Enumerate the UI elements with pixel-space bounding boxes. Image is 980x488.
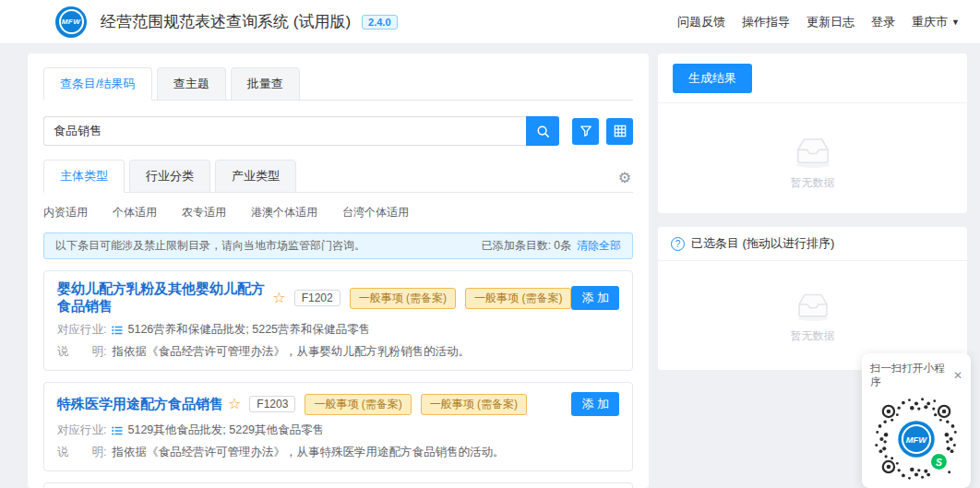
close-icon[interactable]: ✕: [953, 369, 962, 382]
empty-state: 暂无数据: [658, 103, 967, 213]
page-title: 经营范围规范表述查询系统 (试用版): [101, 11, 351, 32]
svg-text:MFW: MFW: [906, 434, 928, 445]
industry-value: 5126营养和保健品批发; 5225营养和保健品零售: [127, 322, 370, 338]
description-label: 说 明:: [57, 445, 106, 460]
result-code-badge: F1203: [249, 396, 295, 412]
tab-query-topics[interactable]: 查主题: [157, 67, 226, 101]
result-card: 特殊医学用途配方食品销售 ☆ F1203 一般事项 (需备案) 一般事项 (需备…: [43, 382, 633, 471]
list-icon: [112, 325, 123, 336]
selected-panel-title: 已选条目 (拖动以进行排序): [691, 235, 834, 252]
notice-bar: 以下条目可能涉及禁止限制目录，请向当地市场监管部门咨询。 已添加条目数: 0条清…: [43, 232, 633, 259]
app-header: MFW 经营范围规范表述查询系统 (试用版) 2.4.0 问题反馈 操作指导 更…: [0, 0, 980, 44]
tab-batch-query[interactable]: 批量查: [231, 67, 300, 101]
link-changelog[interactable]: 更新日志: [807, 14, 855, 30]
clear-all-link[interactable]: 清除全部: [577, 239, 621, 252]
search-input[interactable]: [43, 116, 526, 146]
description-label: 说 明:: [57, 344, 106, 360]
selected-items-panel: ? 已选条目 (拖动以进行排序) 暂无数据: [658, 227, 967, 370]
link-login[interactable]: 登录: [871, 14, 895, 30]
empty-tray-icon: [789, 133, 837, 170]
applicability-filters: 内资适用 个体适用 农专适用 港澳个体适用 台湾个体适用: [43, 205, 633, 220]
region-selector[interactable]: 重庆市 ▼: [912, 14, 960, 30]
generate-result-panel: 生成结果 暂无数据: [658, 54, 967, 213]
header-links: 问题反馈 操作指导 更新日志 登录 重庆市 ▼: [677, 14, 960, 30]
filter-domestic[interactable]: 内资适用: [43, 205, 88, 220]
notice-text: 以下条目可能涉及禁止限制目录，请向当地市场监管部门咨询。: [55, 238, 365, 254]
list-icon: [112, 425, 123, 436]
question-circle-icon[interactable]: ?: [671, 237, 685, 251]
filter-farm-coop[interactable]: 农专适用: [182, 205, 226, 220]
qr-code: MFW S: [873, 396, 960, 482]
tag-general-filing: 一般事项 (需备案): [421, 394, 527, 415]
description-value: 指依据《食品经营许可管理办法》，从事婴幼儿配方乳粉销售的活动。: [112, 344, 470, 360]
wechat-miniprogram-icon: S: [931, 454, 947, 470]
empty-tray-icon: [791, 289, 835, 323]
search-icon: [536, 125, 550, 138]
star-icon[interactable]: ☆: [272, 291, 285, 305]
qr-popup-title: 扫一扫打开小程序: [870, 362, 950, 389]
description-value: 指依据《食品经营许可管理办法》，从事特殊医学用途配方食品销售的活动。: [112, 445, 504, 460]
star-icon[interactable]: ☆: [228, 397, 241, 411]
search-bar: [43, 116, 633, 146]
added-count: 已添加条目数: 0条: [482, 239, 571, 252]
tab-query-items[interactable]: 查条目/结果码: [43, 67, 152, 101]
qr-center-logo: MFW: [898, 421, 934, 457]
filter-hkmo-individual[interactable]: 港澳个体适用: [251, 205, 317, 220]
result-code-badge: F1202: [294, 290, 341, 306]
filter-funnel-icon: [580, 125, 592, 137]
tag-general-filing: 一般事项 (需备案): [465, 288, 571, 309]
filter-button[interactable]: [572, 118, 599, 145]
add-button[interactable]: 添 加: [571, 286, 619, 310]
add-button[interactable]: 添 加: [571, 392, 619, 416]
grid-icon: [614, 125, 627, 137]
tab-entity-type[interactable]: 主体类型: [43, 160, 125, 193]
tag-general-filing: 一般事项 (需备案): [350, 288, 456, 309]
logo-text: MFW: [59, 9, 84, 34]
result-title[interactable]: 特殊医学用途配方食品销售: [57, 396, 223, 413]
added-count-area: 已添加条目数: 0条清除全部: [482, 238, 621, 254]
result-card: 婴幼儿配方乳粉及其他婴幼儿配方食品销售 ☆ F1202 一般事项 (需备案) 一…: [43, 270, 633, 371]
region-label: 重庆市: [912, 14, 948, 30]
empty-text: 暂无数据: [791, 175, 835, 191]
miniprogram-popup: 扫一扫打开小程序 ✕ MFW S: [862, 353, 971, 488]
result-card: 食品销售 ☆ F1041 后置许可 后置许可 添 加 对应行业: 5121米、面…: [43, 482, 633, 488]
search-button[interactable]: [526, 116, 559, 146]
app-logo: MFW: [55, 6, 87, 38]
filter-individual[interactable]: 个体适用: [113, 205, 157, 220]
query-panel: 查条目/结果码 查主题 批量查 主体类型 行业分类 产业类型 ⚙ 内资适用 个体…: [28, 54, 649, 488]
gear-icon[interactable]: ⚙: [618, 171, 633, 192]
tab-industry-type[interactable]: 产业类型: [215, 160, 296, 193]
link-guide[interactable]: 操作指导: [742, 14, 790, 30]
tag-general-filing: 一般事项 (需备案): [305, 394, 411, 415]
empty-text: 暂无数据: [791, 328, 835, 344]
version-badge: 2.4.0: [362, 15, 397, 30]
tab-industry-class[interactable]: 行业分类: [129, 160, 210, 193]
result-sidebar: 生成结果 暂无数据 ? 已选条目 (拖动以进行排序): [658, 54, 967, 370]
svg-text:S: S: [936, 458, 942, 468]
main-tabs: 查条目/结果码 查主题 批量查: [43, 67, 633, 101]
result-title[interactable]: 婴幼儿配方乳粉及其他婴幼儿配方食品销售: [57, 280, 268, 315]
chevron-down-icon: ▼: [951, 18, 960, 27]
industry-label: 对应行业:: [57, 423, 106, 438]
table-view-button[interactable]: [606, 118, 633, 145]
link-feedback[interactable]: 问题反馈: [677, 14, 725, 30]
industry-label: 对应行业:: [57, 322, 106, 338]
generate-result-button[interactable]: 生成结果: [673, 64, 752, 93]
industry-value: 5129其他食品批发; 5229其他食品零售: [127, 423, 324, 438]
filter-taiwan-individual[interactable]: 台湾个体适用: [342, 205, 409, 220]
category-tabs: 主体类型 行业分类 产业类型 ⚙: [43, 160, 633, 193]
